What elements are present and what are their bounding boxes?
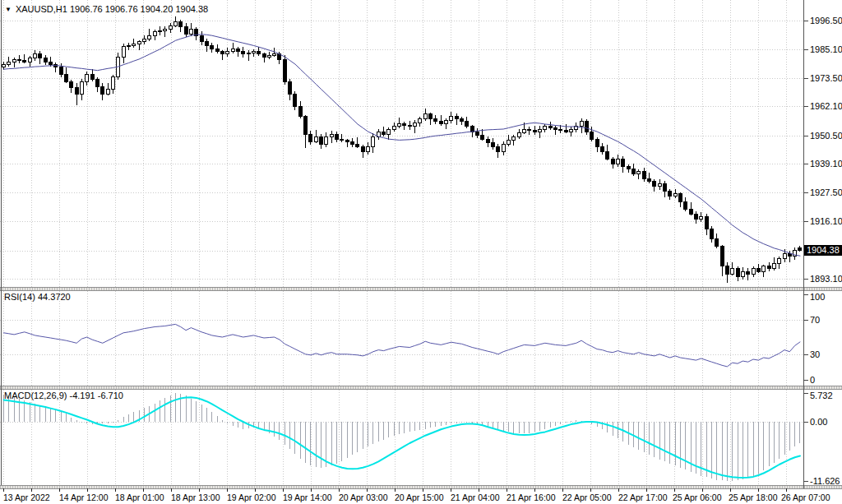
time-axis-label: 20 Apr 03:00 bbox=[339, 492, 388, 502]
time-axis-label: 25 Apr 18:00 bbox=[729, 492, 778, 502]
current-price-tag: 1904.38 bbox=[804, 245, 842, 256]
panel-splitter-main-rsi[interactable] bbox=[0, 287, 842, 291]
time-axis-label: 26 Apr 07:00 bbox=[781, 492, 830, 502]
macd-axis-label: 0.00 bbox=[810, 417, 827, 427]
macd-axis-label: -11.626 bbox=[810, 476, 840, 486]
time-axis-label: 21 Apr 04:00 bbox=[451, 492, 500, 502]
price-axis-label: 1973.50 bbox=[810, 73, 842, 83]
macd-name: MACD(12,26,9) bbox=[4, 391, 67, 400]
time-axis-label: 14 Apr 12:00 bbox=[59, 492, 109, 502]
chart-window: ▼XAUUSD,H1 1906.76 1906.76 1904.20 1904.… bbox=[0, 0, 842, 504]
rsi-indicator-label: RSI(14) 44.3720 bbox=[4, 292, 71, 302]
rsi-axis-label: 0 bbox=[810, 375, 815, 385]
rsi-axis-label: 30 bbox=[810, 349, 820, 359]
time-axis-label: 22 Apr 17:00 bbox=[618, 492, 668, 502]
main-chart-panel[interactable] bbox=[0, 0, 803, 287]
price-axis-label: 1985.10 bbox=[810, 44, 842, 54]
macd-indicator-label: MACD(12,26,9) -4.191 -6.710 bbox=[4, 391, 123, 400]
macd-values: -4.191 -6.710 bbox=[69, 391, 123, 400]
rsi-panel[interactable] bbox=[0, 291, 803, 386]
time-axis-label: 21 Apr 16:00 bbox=[507, 492, 556, 502]
rsi-name: RSI(14) bbox=[4, 292, 35, 302]
macd-panel[interactable] bbox=[0, 390, 803, 485]
time-axis-label: 18 Apr 13:00 bbox=[171, 492, 220, 502]
time-axis-label: 19 Apr 14:00 bbox=[283, 492, 332, 502]
price-axis-label: 1939.10 bbox=[810, 159, 842, 169]
price-axis-label: 1950.50 bbox=[810, 131, 842, 141]
time-axis-label: 22 Apr 05:00 bbox=[562, 492, 612, 502]
price-axis-label: 1893.10 bbox=[810, 274, 842, 284]
price-axis-label: 1916.10 bbox=[810, 216, 842, 226]
time-axis-label: 13 Apr 2022 bbox=[3, 492, 50, 502]
symbol-header: ▼XAUUSD,H1 1906.76 1906.76 1904.20 1904.… bbox=[5, 4, 208, 14]
price-axis-label: 1927.50 bbox=[810, 187, 842, 197]
rsi-axis-label: 100 bbox=[810, 292, 825, 302]
time-axis-label: 20 Apr 15:00 bbox=[395, 492, 444, 502]
panel-splitter-macd-time[interactable] bbox=[0, 485, 842, 489]
macd-axis-label: 5.732 bbox=[810, 391, 833, 400]
panel-splitter-rsi-macd[interactable] bbox=[0, 386, 842, 390]
price-axis-label: 1962.10 bbox=[810, 101, 842, 111]
time-axis-label: 19 Apr 02:00 bbox=[227, 492, 276, 502]
price-axis-label: 1996.50 bbox=[810, 16, 842, 25]
time-axis-label: 25 Apr 06:00 bbox=[673, 492, 722, 502]
symbol-ohlc-text: XAUUSD,H1 1906.76 1906.76 1904.20 1904.3… bbox=[16, 4, 208, 14]
rsi-axis-label: 70 bbox=[810, 315, 820, 325]
rsi-value: 44.3720 bbox=[38, 292, 71, 302]
symbol-dropdown-icon[interactable]: ▼ bbox=[5, 6, 12, 13]
time-axis-label: 18 Apr 01:00 bbox=[115, 492, 164, 502]
